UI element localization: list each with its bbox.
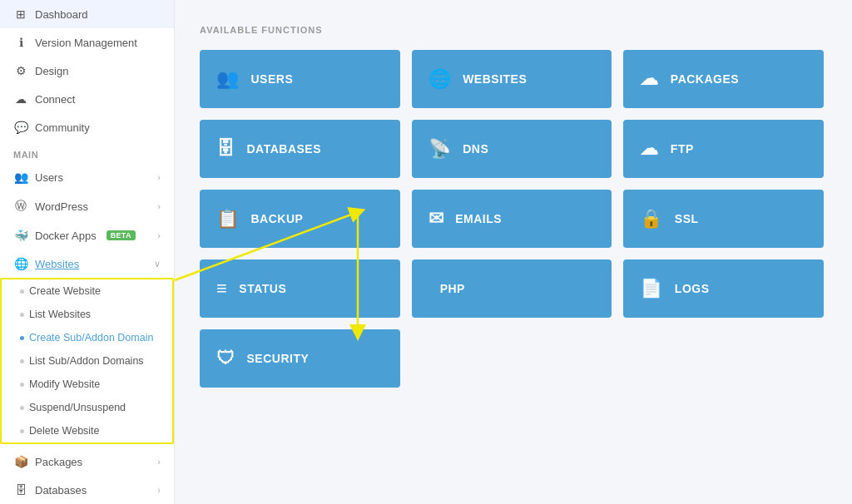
backup-card-icon: 📋 <box>216 208 240 230</box>
sidebar-item-docker-apps[interactable]: 🐳 Docker Apps BETA › <box>0 221 174 250</box>
dashboard-icon: ⊞ <box>13 7 28 21</box>
packages-icon: 📦 <box>13 455 28 468</box>
submenu-item-list-websites[interactable]: List Websites <box>2 303 172 326</box>
main-section-label: MAIN <box>0 141 174 163</box>
submenu-label-suspend-unsuspend: Suspend/Unsuspend <box>29 402 126 413</box>
ftp-card-label: FTP <box>671 142 694 156</box>
security-card-label: SECURITY <box>247 352 310 365</box>
sidebar-item-databases[interactable]: 🗄 Databases › <box>0 476 174 504</box>
dot-icon <box>20 336 24 340</box>
submenu-item-list-sub-addon-domains[interactable]: List Sub/Addon Domains <box>2 349 172 373</box>
sidebar-label-packages: Packages <box>35 456 82 468</box>
wordpress-icon: Ⓦ <box>13 199 28 214</box>
card-ftp[interactable]: ☁ FTP <box>623 120 824 178</box>
chevron-icon: › <box>157 172 161 182</box>
dot-icon <box>20 383 24 387</box>
functions-grid: 👥 USERS 🌐 WEBSITES ☁ PACKAGES 🗄 DATABASE… <box>200 50 824 388</box>
sidebar-main-items: 👥 Users › Ⓦ WordPress › 🐳 Docker Apps BE… <box>0 163 174 278</box>
submenu-item-create-sub-addon-domain[interactable]: Create Sub/Addon Domain Create Sub/Addon… <box>2 326 172 349</box>
docker-apps-icon: 🐳 <box>13 229 28 242</box>
dot-icon <box>20 289 24 294</box>
card-packages[interactable]: ☁ PACKAGES <box>623 50 824 108</box>
users-card-icon: 👥 <box>216 68 240 90</box>
websites-icon: 🌐 <box>13 257 28 270</box>
card-backup[interactable]: 📋 BACKUP <box>200 190 400 248</box>
security-card-icon: 🛡 <box>216 348 235 369</box>
section-title: AVAILABLE FUNCTIONS <box>200 25 827 35</box>
sidebar-label-dashboard: Dashboard <box>35 8 88 21</box>
dot-icon <box>20 359 24 363</box>
sidebar-item-version-management[interactable]: ℹ Version Management <box>0 28 174 57</box>
dot-icon <box>20 429 24 433</box>
packages-card-icon: ☁ <box>640 68 659 90</box>
sidebar-label-design: Design <box>35 65 68 77</box>
sidebar-label-docker-apps: Docker Apps <box>35 230 97 242</box>
card-php[interactable]: PHP <box>412 259 612 318</box>
sidebar-label-wordpress: WordPress <box>35 200 88 213</box>
ssl-card-label: SSL <box>675 212 699 225</box>
card-databases[interactable]: 🗄 DATABASES <box>200 120 400 178</box>
sidebar-label-connect: Connect <box>35 93 75 106</box>
chevron-icon: › <box>157 457 161 467</box>
sidebar-item-design[interactable]: ⚙ Design <box>0 57 174 85</box>
card-security[interactable]: 🛡 SECURITY <box>200 329 400 388</box>
logs-card-label: LOGS <box>675 282 710 295</box>
card-ssl[interactable]: 🔒 SSL <box>623 190 824 248</box>
card-emails[interactable]: ✉ EMAILS <box>412 190 612 248</box>
sidebar-item-users[interactable]: 👥 Users › <box>0 163 174 191</box>
community-icon: 💬 <box>13 121 28 134</box>
submenu-label-create-sub-addon-domain: Create Sub/Addon Domain <box>29 332 153 343</box>
submenu-item-delete-website[interactable]: Delete Website <box>2 419 172 442</box>
submenu-label-modify-website: Modify Website <box>29 378 100 390</box>
design-icon: ⚙ <box>13 64 28 77</box>
dns-card-label: DNS <box>463 142 488 156</box>
sidebar-item-dashboard[interactable]: ⊞ Dashboard <box>0 0 174 28</box>
version-management-icon: ℹ <box>13 36 28 49</box>
databases-card-icon: 🗄 <box>216 138 235 160</box>
chevron-icon: ∨ <box>154 259 161 269</box>
dns-card-icon: 📡 <box>428 138 452 160</box>
sidebar-label-databases: Databases <box>35 484 87 497</box>
main-content: AVAILABLE FUNCTIONS 👥 USERS 🌐 WEBSITES ☁… <box>175 0 852 504</box>
submenu-item-suspend-unsuspend[interactable]: Suspend/Unsuspend <box>2 396 172 419</box>
dot-icon <box>20 406 24 410</box>
sidebar-label-websites: Websites <box>35 258 79 270</box>
chevron-icon: › <box>157 485 161 495</box>
sidebar-item-wordpress[interactable]: Ⓦ WordPress › <box>0 191 174 221</box>
status-card-label: STATUS <box>239 282 286 295</box>
card-users[interactable]: 👥 USERS <box>200 50 400 108</box>
dot-icon <box>20 313 24 317</box>
submenu-label-delete-website: Delete Website <box>29 425 100 437</box>
sidebar-item-connect[interactable]: ☁ Connect <box>0 85 174 113</box>
chevron-icon: › <box>157 201 161 211</box>
sidebar: ⊞ Dashboard ℹ Version Management ⚙ Desig… <box>0 0 175 504</box>
packages-card-label: PACKAGES <box>671 72 739 86</box>
logs-card-icon: 📄 <box>640 278 663 299</box>
websites-submenu: Create Website List Websites Create Sub/… <box>0 278 174 444</box>
connect-icon: ☁ <box>13 92 28 106</box>
card-logs[interactable]: 📄 LOGS <box>623 259 824 318</box>
ftp-card-icon: ☁ <box>640 138 659 160</box>
sidebar-top-items: ⊞ Dashboard ℹ Version Management ⚙ Desig… <box>0 0 174 141</box>
users-card-label: USERS <box>251 72 294 86</box>
status-card-icon: ≡ <box>216 278 227 299</box>
sidebar-label-version-management: Version Management <box>35 37 137 49</box>
card-status[interactable]: ≡ STATUS <box>200 259 400 318</box>
websites-card-label: WEBSITES <box>463 72 527 86</box>
submenu-item-modify-website[interactable]: Modify Website <box>2 373 172 396</box>
submenu-item-create-website[interactable]: Create Website <box>2 279 172 303</box>
chevron-icon: › <box>157 230 161 240</box>
card-dns[interactable]: 📡 DNS <box>412 120 612 178</box>
php-card-label: PHP <box>440 282 465 295</box>
sidebar-item-community[interactable]: 💬 Community <box>0 113 174 141</box>
sidebar-item-websites[interactable]: 🌐 Websites ∨ <box>0 250 174 278</box>
card-websites[interactable]: 🌐 WEBSITES <box>412 50 612 108</box>
databases-icon: 🗄 <box>13 483 28 497</box>
databases-card-label: DATABASES <box>247 142 322 156</box>
emails-card-icon: ✉ <box>428 208 444 230</box>
sidebar-item-packages[interactable]: 📦 Packages › <box>0 447 174 476</box>
sidebar-bottom-items: 📦 Packages › 🗄 Databases › 📡 DNS › ✉ Ema… <box>0 447 174 504</box>
ssl-card-icon: 🔒 <box>640 208 663 230</box>
sidebar-label-users: Users <box>35 171 63 184</box>
websites-card-icon: 🌐 <box>428 68 452 90</box>
